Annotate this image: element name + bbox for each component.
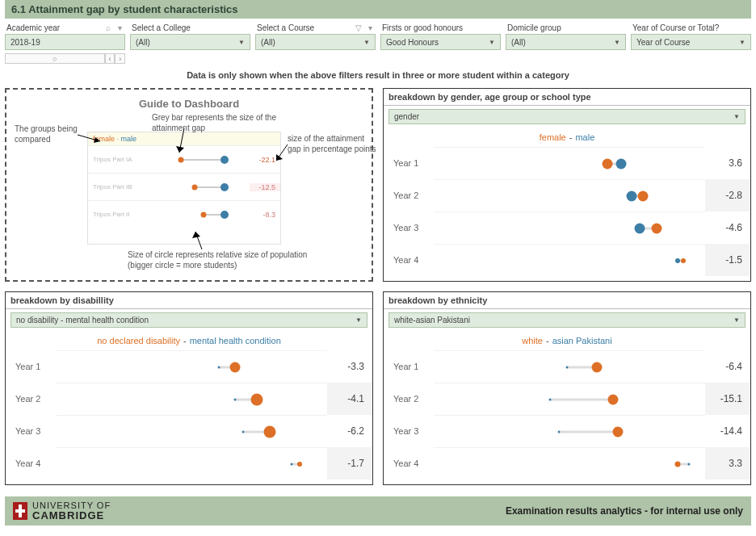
legend-c2: male xyxy=(575,132,594,142)
panel-guide: Guide to Dashboard female · male Tripos … xyxy=(5,88,373,282)
filter-label: Academic year xyxy=(6,23,60,32)
row-label: Year 2 xyxy=(384,191,434,200)
filter-value: (All) xyxy=(261,38,275,47)
dot-secondary xyxy=(557,430,560,433)
row-label: Year 4 xyxy=(6,459,56,468)
caret-down-icon[interactable]: ▾ xyxy=(116,24,124,32)
chart-row: Year 1-3.3 xyxy=(6,350,372,383)
row-plot xyxy=(434,383,705,415)
guide-anno-val: size of the attainment gap in percentage… xyxy=(288,133,376,154)
row-label: Year 4 xyxy=(384,459,434,468)
guide-anno-size: Size of circle represents relative size … xyxy=(128,249,313,270)
chart-row: Year 4-1.5 xyxy=(384,244,750,276)
filter-select[interactable]: 2018-19 xyxy=(5,34,125,50)
panel-disability: breakdown by disabillity no disability -… xyxy=(5,291,373,485)
guide-anno-bar: Grey bar represents the size of the atta… xyxy=(152,112,289,133)
panel-select[interactable]: white-asian Pakistani ▼ xyxy=(388,312,746,328)
filter-select[interactable]: Good Honours ▼ xyxy=(380,34,501,50)
compare-legend: no declared disability - mental health c… xyxy=(6,333,372,350)
filter-value: (All) xyxy=(136,38,150,47)
guide-row-label: Tripos Part IB xyxy=(88,183,135,191)
panel-select[interactable]: no disability - mental health condition … xyxy=(10,312,368,328)
guide-anno-groups: The groups being compared xyxy=(15,124,86,144)
next-button[interactable]: › xyxy=(115,53,125,64)
filter-domicile: Domicile group (All) ▼ xyxy=(506,22,626,64)
dot-secondary xyxy=(627,191,637,201)
brand-bottom: CAMBRIDGE xyxy=(32,510,111,521)
caret-down-icon: ▼ xyxy=(355,316,362,324)
svg-marker-3 xyxy=(176,146,184,153)
dot-primary xyxy=(613,426,624,437)
dot-secondary xyxy=(635,223,645,233)
panel-select-value: gender xyxy=(394,112,419,121)
dot-secondary xyxy=(242,430,244,433)
dot-primary xyxy=(675,461,681,467)
row-value: -6.4 xyxy=(705,361,750,372)
svg-marker-5 xyxy=(276,154,283,161)
dot-secondary xyxy=(291,463,293,465)
dot-secondary xyxy=(687,463,690,465)
panels-grid: Guide to Dashboard female · male Tripos … xyxy=(5,88,751,485)
chart-row: Year 3-4.6 xyxy=(384,211,750,244)
row-plot xyxy=(434,415,705,447)
chart-row: Year 4-1.7 xyxy=(6,447,372,479)
row-value: -6.2 xyxy=(327,425,372,437)
caret-down-icon: ▼ xyxy=(733,316,740,324)
svg-marker-7 xyxy=(192,232,200,238)
filter-label: Select a Course xyxy=(257,23,314,32)
row-label: Year 3 xyxy=(384,426,434,436)
row-value: -3.3 xyxy=(327,361,372,372)
dot-primary xyxy=(229,362,240,372)
filter-bar: Academic year ⌕ ▾ 2018-19 ○ ‹ › Select a… xyxy=(5,22,751,64)
filter-academic-year: Academic year ⌕ ▾ 2018-19 ○ ‹ › xyxy=(5,22,125,64)
funnel-icon[interactable]: ▽ xyxy=(355,24,363,32)
filter-select[interactable]: Year of Course ▼ xyxy=(631,34,751,50)
dot-primary xyxy=(603,158,613,169)
row-value: -4.1 xyxy=(327,383,372,415)
dot-primary xyxy=(591,362,602,372)
dot-primary xyxy=(264,425,276,438)
chart-row: Year 2-4.1 xyxy=(6,383,372,415)
row-label: Year 1 xyxy=(384,362,434,371)
filter-label: Firsts or good honours xyxy=(382,23,463,32)
compare-legend: white - asian Pakistani xyxy=(384,333,750,350)
panel-select[interactable]: gender ▼ xyxy=(388,109,746,124)
row-plot xyxy=(56,447,327,479)
filter-course: Select a Course ▽ ▾ (All) ▼ xyxy=(255,22,376,64)
panel-select-value: white-asian Pakistani xyxy=(394,316,470,325)
search-icon[interactable]: ⌕ xyxy=(104,24,112,32)
filter-select[interactable]: (All) ▼ xyxy=(130,34,250,50)
filter-value: (All) xyxy=(511,38,526,47)
compare-legend: female - male xyxy=(384,129,750,147)
chart-row: Year 3-14.4 xyxy=(384,415,750,447)
row-plot xyxy=(434,350,705,383)
footer-note: Examination results analytics - for inte… xyxy=(506,505,743,517)
dot-primary xyxy=(637,191,648,201)
filter-label: Year of Course or Total? xyxy=(632,23,719,32)
row-value: -14.4 xyxy=(705,425,750,437)
row-plot xyxy=(56,350,327,383)
caret-down-icon: ▼ xyxy=(238,39,245,46)
row-value: 3.3 xyxy=(705,447,750,479)
slider-track[interactable]: ○ xyxy=(5,53,105,64)
row-plot xyxy=(434,147,705,179)
row-plot xyxy=(434,179,705,211)
panel-title: breakdown by gender, age group or school… xyxy=(384,89,750,106)
chart-row: Year 3-6.2 xyxy=(6,415,372,447)
dot-primary xyxy=(651,223,662,233)
dot-secondary xyxy=(565,366,568,368)
filter-select[interactable]: (All) ▼ xyxy=(255,34,376,50)
filter-year-total: Year of Course or Total? Year of Course … xyxy=(631,22,751,64)
row-value: -2.8 xyxy=(705,179,750,211)
filter-value: 2018-19 xyxy=(10,38,40,47)
row-label: Year 1 xyxy=(6,362,56,371)
guide-row-label: Tripos Part II xyxy=(88,211,135,218)
row-plot xyxy=(56,415,327,447)
dot-secondary xyxy=(233,398,236,400)
panel-gender: breakdown by gender, age group or school… xyxy=(383,88,751,282)
prev-button[interactable]: ‹ xyxy=(105,53,116,64)
filter-label: Domicile group xyxy=(507,23,561,32)
caret-down-icon[interactable]: ▾ xyxy=(366,24,374,32)
svg-marker-1 xyxy=(94,137,100,143)
filter-select[interactable]: (All) ▼ xyxy=(506,34,626,50)
